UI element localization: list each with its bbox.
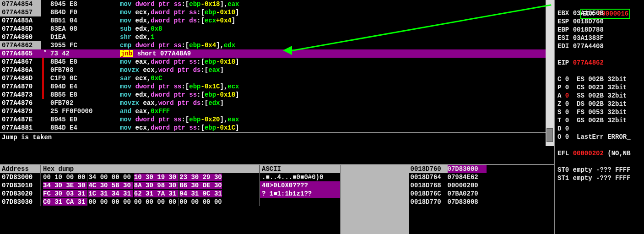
disasm-gutter (41, 41, 49, 49)
reg-flag-row[interactable]: D 0 (557, 125, 642, 133)
disasm-row[interactable]: 077A48760FB702movzx eax,word ptr ds:[edx… (0, 99, 554, 107)
hex-dump-pane[interactable]: Address Hex dump ASCII 07D8300000 10 00 … (0, 165, 341, 234)
disasm-row[interactable]: 077A48578B4D F0mov ecx,dword ptr ss:[ebp… (0, 8, 554, 16)
registers-pane[interactable]: EDX 00000016 EBX 03A1050B ESP 0018D760 E… (554, 0, 644, 234)
reg-efl[interactable]: EFL 00000202 (NO,NB (557, 149, 642, 158)
disasm-instruction: mov eax,dword ptr ss:[ebp-0x18] (117, 58, 554, 66)
disasm-gutter (41, 82, 49, 91)
reg-esi[interactable]: ESI 03A1383F (557, 34, 642, 42)
reg-flag-row[interactable]: T 0 GS 002B 32bit (557, 116, 642, 125)
disasm-bytes: 8B45 E8 (49, 58, 117, 66)
disasm-bytes: 8B4D F0 (49, 8, 117, 16)
reg-edx[interactable]: EDX 00000016 (557, 1, 642, 9)
disasm-gutter (41, 99, 49, 107)
hex-group: 10 30 19 30 (134, 174, 179, 181)
hex-address: 07D83000 (0, 173, 41, 181)
hex-row[interactable]: 07D83030C0 31 CA 3100 00 00 0000 00 00 0… (0, 198, 340, 206)
status-line: Jump is taken (0, 132, 554, 164)
disasm-row[interactable]: 077A486A0FB708movzx ecx,word ptr ds:[eax… (0, 66, 554, 74)
disasm-row[interactable]: 077A487E8945 E0mov dword ptr ss:[ebp-0x2… (0, 115, 554, 124)
stack-address: 0018D764 (409, 173, 448, 181)
disasm-row[interactable]: 077A48738B55 E8mov edx,dword ptr ss:[ebp… (0, 91, 554, 99)
hex-ascii (260, 198, 340, 206)
disasm-row[interactable]: 077A485A8B51 04mov edx,dword ptr ds:[ecx… (0, 16, 554, 25)
hex-empty (341, 165, 409, 234)
hex-row[interactable]: 07D83020FC 30 03 311C 31 34 3162 31 7A 3… (0, 190, 340, 198)
disasm-row[interactable]: 077A48623955 FCcmp dword ptr ss:[ebp-0x4… (0, 41, 554, 49)
hex-address: 07D83030 (0, 198, 41, 206)
hex-header-address[interactable]: Address (0, 165, 41, 173)
reg-flag-row[interactable]: Z 0 DS 002B 32bit (557, 100, 642, 108)
scrollbar-thumb[interactable] (547, 128, 553, 142)
disasm-bytes: 8B4D E4 (49, 124, 117, 132)
reg-edi[interactable]: EDI 077A4408 (557, 42, 642, 50)
stack-value: 07D83008 (448, 198, 487, 206)
disasm-row[interactable]: 077A485D83EA 08sub edx,0x8 (0, 25, 554, 33)
hex-header-ascii[interactable]: ASCII (260, 165, 340, 173)
hex-group: 8A 30 98 30 (134, 182, 179, 189)
hex-header-dump[interactable]: Hex dump (41, 165, 260, 173)
disasm-address: 077A4865 (0, 49, 41, 58)
disasm-row[interactable]: 077A486DC1F9 0Csar ecx,0xC (0, 74, 554, 82)
reg-st0[interactable]: ST0 empty -??? FFFF (557, 166, 642, 174)
hex-bytes: 34 30 3E 304C 30 58 308A 30 98 30B6 30 D… (41, 181, 260, 190)
hex-group: 23 30 29 30 (179, 174, 222, 181)
disasm-row[interactable]: 077A4860D1EAshr edx,1 (0, 33, 554, 41)
hex-group: 00 00 00 00 (179, 198, 222, 206)
stack-row[interactable]: 0018D76C07BA0270 (409, 190, 487, 198)
stack-address: 0018D768 (409, 181, 448, 190)
disasm-gutter (41, 33, 49, 41)
reg-flag-row[interactable]: P 0 CS 0023 32bit (557, 83, 642, 92)
reg-flag-row[interactable]: C 0 ES 002B 32bit (557, 75, 642, 83)
disasm-gutter (41, 25, 49, 33)
disasm-bytes: 8B51 04 (49, 16, 117, 25)
disasm-gutter (41, 124, 49, 132)
disasm-gutter (41, 0, 49, 8)
hex-group: 94 31 9C 31 (179, 190, 222, 197)
disasm-address: 077A4870 (0, 82, 41, 91)
disasm-instruction: mov edx,dword ptr ds:[ecx+0x4] (117, 16, 554, 25)
disasm-row[interactable]: 077A48818B4D E4mov ecx,dword ptr ss:[ebp… (0, 124, 554, 132)
disassembly-pane[interactable]: 077A48548945 E8mov dword ptr ss:[ebp-0x1… (0, 0, 554, 132)
stack-row[interactable]: 0018D76407984E62 (409, 173, 487, 181)
hex-group: 00 00 00 00 (134, 198, 179, 206)
disasm-instruction: mov dword ptr ss:[ebp-0x20],eax (117, 115, 554, 124)
stack-row[interactable]: 0018D76800000200 (409, 181, 487, 190)
disasm-row[interactable]: 077A48678B45 E8mov eax,dword ptr ss:[ebp… (0, 58, 554, 66)
disasm-gutter (41, 66, 49, 74)
hex-group: FC 30 03 31 (43, 190, 87, 197)
disasm-row[interactable]: 077A48548945 E8mov dword ptr ss:[ebp-0x1… (0, 0, 554, 8)
reg-flag-row[interactable]: O 0 LastErr ERROR_ (557, 133, 642, 141)
disasm-address: 077A485D (0, 25, 41, 33)
disasm-scrollbar[interactable] (546, 0, 554, 146)
stack-pane[interactable]: 0018D76007D830000018D76407984E620018D768… (409, 165, 487, 234)
stack-address: 0018D76C (409, 190, 448, 198)
hex-address: 07D83020 (0, 190, 41, 198)
status-text: Jump is taken (2, 134, 52, 141)
reg-flag-row[interactable]: A 0 SS 002B 32bit (557, 92, 642, 100)
disasm-row[interactable]: 077A487925 FF0F0000and eax,0xFFF (0, 107, 554, 115)
disasm-address: 077A4857 (0, 8, 41, 16)
hex-ascii: 40>0L0X0???? (260, 181, 340, 190)
disasm-address: 077A4873 (0, 91, 41, 99)
disasm-instruction: sub edx,0x8 (117, 25, 554, 33)
disasm-row[interactable]: 077A4870894D E4mov dword ptr ss:[ebp-0x1… (0, 82, 554, 91)
reg-flag-row[interactable]: S 0 FS 0053 32bit (557, 108, 642, 116)
hex-address: 07D83010 (0, 181, 41, 190)
disasm-instruction: mov edx,dword ptr ss:[ebp-0x18] (117, 91, 554, 99)
hex-row[interactable]: 07D8300000 10 00 0034 00 00 0010 30 19 3… (0, 173, 340, 181)
hex-group: 34 00 00 00 (88, 174, 133, 181)
reg-ebp[interactable]: EBP 0018D788 (557, 26, 642, 34)
reg-blank4 (557, 158, 642, 166)
disasm-bytes: 8B55 E8 (49, 91, 117, 99)
stack-row[interactable]: 0018D76007D83000 (409, 165, 487, 173)
reg-st1[interactable]: ST1 empty -??? FFFF (557, 174, 642, 182)
disasm-address: 077A4860 (0, 33, 41, 41)
stack-value: 07BA0270 (448, 190, 487, 198)
disasm-address: 077A486A (0, 66, 41, 74)
disasm-row[interactable]: 077A4865˅73 42jnb short 077A48A9 (0, 49, 554, 58)
reg-eip[interactable]: EIP 077A4862 (557, 59, 642, 67)
stack-row[interactable]: 0018D77007D83008 (409, 198, 487, 206)
hex-row[interactable]: 07D8301034 30 3E 304C 30 58 308A 30 98 3… (0, 181, 340, 190)
disasm-gutter (41, 107, 49, 115)
